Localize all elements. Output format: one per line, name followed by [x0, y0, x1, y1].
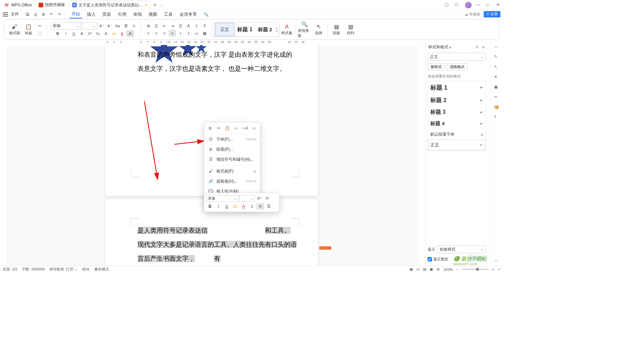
page-status[interactable]: 页面: 3/3: [3, 267, 17, 272]
align-left-icon[interactable]: ≡: [145, 30, 152, 37]
align-right-icon[interactable]: ≡: [161, 30, 168, 37]
bold-icon[interactable]: B: [54, 30, 61, 37]
style-item-h1[interactable]: 标题 1↵: [428, 81, 485, 94]
superscript-icon[interactable]: X²: [86, 30, 94, 37]
word-count[interactable]: 字数: 289/906: [22, 267, 45, 272]
align-center-icon[interactable]: ≡: [153, 30, 160, 37]
underline-icon[interactable]: U: [70, 30, 77, 37]
mini-grow-icon[interactable]: A⁺: [256, 195, 263, 202]
current-style-select[interactable]: 正文: [428, 53, 486, 61]
strike-icon[interactable]: A̶: [78, 30, 86, 37]
dec-indent-icon[interactable]: ⇤: [161, 22, 168, 29]
tab-reference[interactable]: 引用: [116, 11, 128, 18]
tools-icon[interactable]: ✂: [494, 95, 500, 101]
clear-format-icon[interactable]: Ａ: [130, 22, 138, 29]
spell-status[interactable]: 拼写检查: 打开 ⌄: [49, 267, 77, 272]
style-item-normal[interactable]: 正文↵: [428, 140, 485, 150]
mini-font-color-icon[interactable]: A: [240, 203, 247, 210]
tab-menu-icon[interactable]: ⌄: [160, 3, 163, 7]
pen-icon[interactable]: ✎: [494, 54, 500, 60]
change-case-icon[interactable]: Aa: [114, 22, 121, 29]
inc-indent-icon[interactable]: ⇥: [169, 22, 176, 29]
style-normal[interactable]: 正文: [215, 23, 234, 36]
highlight-icon[interactable]: ab: [110, 30, 118, 37]
cloud-status[interactable]: ☁ 有修改: [465, 12, 480, 17]
style-h2[interactable]: 标题 2: [255, 23, 275, 36]
ctx-paste-icon[interactable]: 📋: [225, 125, 230, 131]
select-button[interactable]: ↖选择: [312, 23, 325, 36]
new-style-button[interactable]: 新样式: [428, 63, 445, 70]
find-replace-button[interactable]: 🔍查找替换: [298, 21, 311, 38]
style-item-h2[interactable]: 标题 2↵: [428, 94, 485, 106]
show-select[interactable]: 有效样式: [437, 245, 486, 253]
text-direction-icon[interactable]: 文: [177, 22, 184, 29]
distribute-icon[interactable]: ⫴: [177, 30, 184, 37]
ctx-format-painter[interactable]: 🖌格式刷(F)🖨: [204, 166, 260, 176]
app-tab[interactable]: WWPS Office: [1, 1, 35, 9]
style-item-default-font[interactable]: 默认段落字体a: [428, 129, 485, 140]
mini-bold-icon[interactable]: B: [206, 203, 214, 210]
font-size-select[interactable]: [82, 22, 97, 30]
file-menu[interactable]: 文件: [11, 11, 19, 17]
line-height-icon[interactable]: ‡: [185, 30, 192, 37]
phonetic-icon[interactable]: 变: [122, 22, 129, 29]
text-effect-icon[interactable]: A: [102, 30, 110, 37]
zoom-out-icon[interactable]: −: [456, 267, 458, 271]
line-spacing-icon[interactable]: ‡: [193, 22, 200, 29]
ctx-paste-format-icon[interactable]: ▭A: [242, 125, 248, 131]
pointer-icon[interactable]: ↖: [494, 64, 500, 70]
cut-icon[interactable]: ✂: [36, 22, 43, 29]
tab-insert[interactable]: 插入: [85, 11, 98, 18]
numbering-icon[interactable]: ☰: [153, 22, 160, 29]
mini-shrink-icon[interactable]: A⁻: [264, 195, 272, 202]
view-full-icon[interactable]: ▣: [430, 267, 433, 271]
mini-size-select[interactable]: [239, 195, 255, 202]
italic-icon[interactable]: I: [62, 30, 69, 37]
paragraph-1[interactable]: 和表音的声旁组成的文字，汉字 是由表形文字进化成的表意文字，汉字也是语素文字， …: [138, 48, 298, 76]
mini-highlight-icon[interactable]: ab: [231, 203, 239, 210]
ctx-copy-icon[interactable]: ⧉: [208, 125, 213, 131]
style-item-h3[interactable]: 标题 3↵: [428, 106, 485, 118]
hamburger-icon[interactable]: [3, 12, 8, 16]
cube-icon[interactable]: ⬡: [455, 2, 460, 8]
mini-italic-icon[interactable]: I: [215, 203, 222, 210]
bullets-icon[interactable]: ≣: [145, 22, 152, 29]
subscript-icon[interactable]: X₂: [94, 30, 102, 37]
paste-button[interactable]: 📋粘贴: [22, 23, 35, 36]
redo-icon[interactable]: ↷: [58, 12, 62, 17]
tab-review[interactable]: 审阅: [131, 11, 144, 18]
ctx-paste-special-icon[interactable]: ▭: [251, 125, 257, 131]
zoom-slider[interactable]: [462, 269, 489, 270]
mini-underline-icon[interactable]: U: [223, 203, 230, 210]
mini-font-select[interactable]: 宋体: [206, 195, 238, 202]
minimize-icon[interactable]: —: [476, 2, 482, 8]
selected-paragraph[interactable]: 是人类用符号记录表达信息以传之久远的方式和工具。 现代文字大多是记录语言的工具。…: [138, 223, 298, 266]
collapse-icon[interactable]: —: [494, 44, 500, 50]
help-icon[interactable]: ?: [494, 115, 500, 121]
ctx-cut-icon[interactable]: ✂: [216, 125, 222, 131]
close-icon[interactable]: ✕: [496, 2, 502, 8]
eye-icon[interactable]: 👁: [436, 267, 440, 271]
print-preview-icon[interactable]: 🗎: [42, 12, 46, 17]
show-marks-icon[interactable]: ¶: [201, 22, 208, 29]
print-icon[interactable]: 🖨: [34, 12, 38, 17]
document-tab[interactable]: W文字是人类用符号记录表达信息以…•: [68, 1, 151, 9]
shrink-font-icon[interactable]: A⁻: [106, 22, 113, 29]
view-outline-icon[interactable]: ▤: [423, 267, 426, 271]
ctx-paste-text-icon[interactable]: ▭: [233, 125, 239, 131]
reader-icon[interactable]: ▢: [445, 2, 450, 8]
comment-tag[interactable]: [319, 246, 331, 250]
view-print-icon[interactable]: ▦: [410, 267, 413, 271]
horizontal-ruler[interactable]: 642 246 81012 141618 202224 262830 32343…: [107, 40, 319, 45]
maximize-icon[interactable]: □: [486, 2, 492, 8]
shading-icon[interactable]: A: [126, 30, 134, 37]
sort-icon[interactable]: Ā: [185, 22, 192, 29]
font-color-icon[interactable]: A: [118, 30, 126, 37]
basket-icon[interactable]: 🧺: [494, 105, 500, 111]
copy-icon[interactable]: 📄: [36, 30, 43, 37]
tab-member[interactable]: 会员专享: [177, 11, 199, 18]
save-icon[interactable]: 🖫: [25, 12, 30, 17]
format-painter-button[interactable]: 🖌格式刷: [8, 24, 21, 36]
tab-view[interactable]: 视图: [147, 11, 159, 18]
undo-icon[interactable]: ↶: [50, 12, 54, 17]
